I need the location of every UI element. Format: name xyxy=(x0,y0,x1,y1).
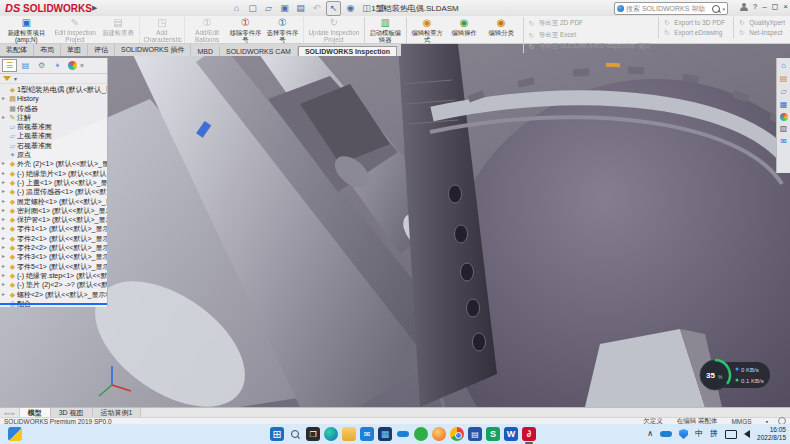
export-excel-item[interactable]: 导出至 Excel xyxy=(529,31,651,40)
configurationmanager-tab[interactable]: ⚙ xyxy=(34,59,49,72)
rollback-bar[interactable] xyxy=(0,303,107,305)
new-file-icon[interactable]: ▢ xyxy=(246,2,259,15)
export-inspection-project-item[interactable]: 导出至 SOLIDWORKS Inspection 项目 xyxy=(529,42,651,51)
new-inspection-sheet-button[interactable]: 新建检查表 xyxy=(100,17,137,44)
wechat-icon[interactable] xyxy=(414,427,428,441)
performance-badge[interactable]: 35 % 0 KB/s 0.1 KB/s xyxy=(700,360,770,390)
chrome-icon[interactable] xyxy=(450,427,464,441)
tab-evaluate[interactable]: 评估 xyxy=(88,44,115,56)
tab-solidworks-inspection[interactable]: SOLIDWORKS Inspection xyxy=(298,46,397,56)
feature-tree-item[interactable]: ▸ ◆ 密封圈<1> (默认<<默认>_显示状态 xyxy=(0,206,107,215)
ime-language-button[interactable]: 中 xyxy=(695,426,703,442)
firefox-icon[interactable] xyxy=(432,427,446,441)
dimxpertmanager-tab[interactable]: ⌖ xyxy=(50,59,65,72)
task-view-button[interactable] xyxy=(306,427,320,441)
graphics-viewport[interactable]: 35 % 0 KB/s 0.1 KB/s xyxy=(0,44,790,407)
feature-tree-item[interactable]: ▱ 上视基准面 xyxy=(0,131,107,140)
tray-chevron-icon[interactable]: ∧ xyxy=(647,426,653,442)
net-inspect-item[interactable]: Net-Inspect xyxy=(739,29,785,36)
tab-assembly[interactable]: 装配体 xyxy=(0,44,34,56)
restore-button[interactable]: ◻ xyxy=(772,1,779,13)
feature-tree-item[interactable]: ▸ ◆ (-) 温度传感器<1> (默认<<默认>_显 xyxy=(0,187,107,196)
forum-icon[interactable]: ✉ xyxy=(779,137,789,147)
minimize-button[interactable]: – xyxy=(762,1,766,13)
feature-tree-item[interactable]: ▱ 前视基准面 xyxy=(0,122,107,131)
feature-tree-item[interactable]: ◈ 1型铠装热电偶 (默认<默认_显示状态-1> xyxy=(0,85,107,94)
tab-addins[interactable]: SOLIDWORKS 插件 xyxy=(115,44,191,56)
feature-tree-item[interactable]: ▸ ◆ 螺栓<2> (默认<<默认>_显示状态 xyxy=(0,290,107,299)
more-tabs-arrow[interactable]: » xyxy=(80,62,84,69)
widgets-button[interactable] xyxy=(8,427,22,441)
search-icon[interactable] xyxy=(712,5,720,13)
feature-tree-item[interactable]: ▸ ◆ 零件1<1> (默认<<默认>_显示状态 xyxy=(0,224,107,233)
word-icon[interactable] xyxy=(504,427,518,441)
help-search-box[interactable]: 搜索 SOLIDWORKS 帮助 ▾ xyxy=(614,2,728,15)
app-s-icon[interactable] xyxy=(486,427,500,441)
login-user-icon[interactable] xyxy=(740,3,748,12)
feature-tree-item[interactable]: ▸ ◆ 固定螺栓<1> (默认<<默认>_显示状 xyxy=(0,197,107,206)
edit-inspection-project-button[interactable]: Edit Inspection Project xyxy=(51,17,100,44)
defender-shield-icon[interactable] xyxy=(679,429,688,439)
search-dropdown-arrow[interactable]: ▾ xyxy=(722,6,725,12)
onedrive-icon[interactable] xyxy=(396,427,410,441)
feature-tree-item[interactable]: ▸ ◆ 外壳 (2)<1> (默认<<默认>_显示状态 xyxy=(0,159,107,168)
remove-balloons-button[interactable]: 移除零件序号 xyxy=(227,17,264,44)
tab-layout[interactable]: 布局 xyxy=(34,44,61,56)
feature-tree-item[interactable]: ⌖ 原点 xyxy=(0,150,107,159)
display-tray-icon[interactable] xyxy=(725,430,737,439)
tree-filter-row[interactable]: ▾ xyxy=(0,74,107,84)
ime-mode-button[interactable]: 拼 xyxy=(710,426,718,442)
tab-sketch[interactable]: 草图 xyxy=(61,44,88,56)
select-balloons-button[interactable]: 选择零件序号 xyxy=(264,17,301,44)
view-palette-icon[interactable]: ▦ xyxy=(779,100,789,110)
feature-tree-item[interactable]: ▸ ▤ History xyxy=(0,94,107,103)
resources-home-icon[interactable]: ⌂ xyxy=(779,61,789,71)
launch-template-editor-button[interactable]: 启动模板编辑器 xyxy=(364,17,404,44)
close-button[interactable]: × xyxy=(783,1,788,13)
qualityxpert-item[interactable]: QualityXpert xyxy=(739,19,785,26)
volume-icon[interactable] xyxy=(744,430,750,438)
mail-icon[interactable] xyxy=(360,427,374,441)
feature-tree-item[interactable]: ▸ ◆ (-) 绝缘管.step<1> (默认<<默认>_ xyxy=(0,271,107,280)
open-file-icon[interactable]: ▱ xyxy=(262,2,275,15)
solidworks-taskbar-icon[interactable] xyxy=(522,427,536,441)
start-button[interactable] xyxy=(270,427,284,441)
feature-tree-item[interactable]: ▸ ◆ 零件2<1> (默认<<默认>_显示状态 xyxy=(0,234,107,243)
update-inspection-project-button[interactable]: Update Inspection Project xyxy=(303,17,362,44)
tab-solidworks-cam[interactable]: SOLIDWORKS CAM xyxy=(220,47,298,56)
feature-tree-item[interactable]: ▸ ◆ (-) 上盖<1> (默认<<默认>_显示状态 xyxy=(0,178,107,187)
export-2d-pdf-item[interactable]: 导出至 2D PDF xyxy=(529,19,651,28)
export-3d-pdf-item[interactable]: Export to 3D PDF xyxy=(664,19,725,26)
logo-flyout-arrow[interactable]: ▶ xyxy=(92,4,97,12)
taskbar-clock[interactable]: 16:05 2022/8/15 xyxy=(757,426,786,442)
displaymanager-tab[interactable] xyxy=(68,61,77,70)
export-edrawing-item[interactable]: Export eDrawing xyxy=(664,29,725,36)
feature-tree-item[interactable]: ▸ ✎ 注解 xyxy=(0,113,107,122)
featuremanager-tab[interactable]: ☰ xyxy=(2,59,17,72)
feature-tree-item[interactable]: ▸ ◆ 零件2<2> (默认<<默认>_显示状态 xyxy=(0,243,107,252)
new-inspection-project-button[interactable]: 新建检查项目 (amp;N) xyxy=(2,17,51,44)
add-characteristic-button[interactable]: Add Characteristic xyxy=(139,17,183,44)
propertymanager-tab[interactable]: ▤ xyxy=(18,59,33,72)
edit-classifications-button[interactable]: 编辑分类 xyxy=(483,17,520,44)
feature-tree-item[interactable]: ▸ ◆ (-) 绝缘垫片<1> (默认<<默认>_显示 xyxy=(0,169,107,178)
search-button[interactable] xyxy=(288,427,302,441)
file-explorer-icon[interactable]: ▱ xyxy=(779,87,789,97)
add-edit-balloons-button[interactable]: Add/Edit Balloons xyxy=(184,17,227,44)
feature-tree-item[interactable]: ▸ ◆ 零件5<1> (默认<<默认>_显示状态 xyxy=(0,262,107,271)
tab-mbd[interactable]: MBD xyxy=(191,47,220,56)
feature-tree-item[interactable]: ▦ 传感器 xyxy=(0,104,107,113)
onedrive-tray-icon[interactable] xyxy=(660,431,672,437)
appearances-icon[interactable] xyxy=(780,113,788,121)
feature-tree-item[interactable]: ▸ ◆ (-) 垫片 (2)<2> ->? (默认<<默认>_ xyxy=(0,280,107,289)
home-icon[interactable]: ⌂ xyxy=(230,2,243,15)
store-icon[interactable] xyxy=(378,427,392,441)
feature-tree-item[interactable]: ▸ ◆ 保护管<1> (默认<<默认>_显示状态 xyxy=(0,215,107,224)
edit-operations-button[interactable]: 编辑操作 xyxy=(446,17,483,44)
design-library-icon[interactable]: ▤ xyxy=(779,74,789,84)
filter-dropdown-arrow[interactable]: ▾ xyxy=(14,75,17,82)
feature-tree-item[interactable]: ▱ 右视基准面 xyxy=(0,141,107,150)
feature-tree-item[interactable]: ▸ ◆ 零件3<1> (默认<<默认>_显示状态 xyxy=(0,252,107,261)
custom-properties-icon[interactable]: ▧ xyxy=(779,124,789,134)
edge-icon[interactable] xyxy=(324,427,338,441)
